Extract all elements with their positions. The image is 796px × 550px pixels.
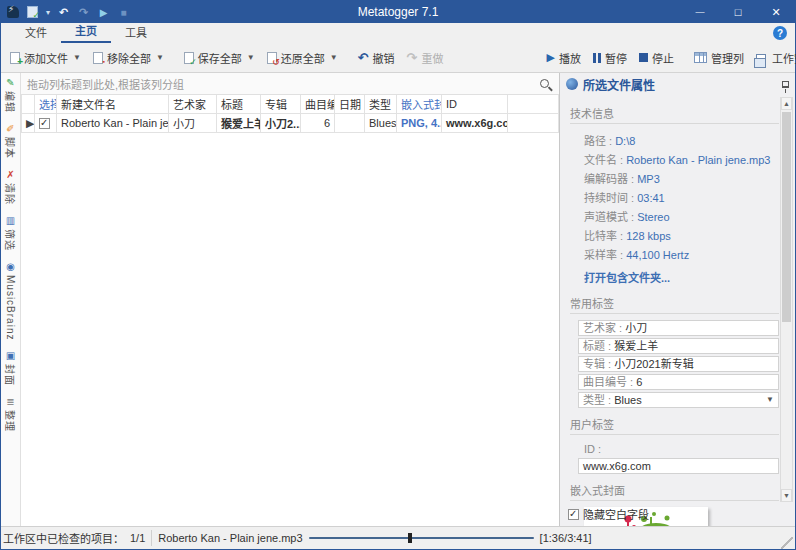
genre-dropdown[interactable]: 类型Blues ▼	[578, 392, 779, 408]
column-header-title[interactable]: 标题	[217, 95, 261, 114]
manage-columns-label: 管理列	[711, 50, 744, 66]
row-select-cell[interactable]	[35, 114, 57, 133]
id-label: ID :	[570, 441, 779, 457]
hide-empty-fields-option[interactable]: 隐藏空白字段	[568, 506, 649, 522]
quick-play-icon[interactable]: ▶	[97, 6, 110, 19]
quick-save-caret-icon[interactable]: ▾	[46, 8, 50, 17]
row-cover[interactable]: PNG, 4...	[397, 114, 442, 133]
tab-tools[interactable]: 工具	[111, 22, 161, 43]
workspace-label: 工作空间	[772, 50, 796, 66]
row-artist[interactable]: 小刀	[169, 114, 217, 133]
artist-field[interactable]: 艺术家小刀	[578, 320, 779, 336]
pause-button[interactable]: 暂停	[588, 47, 632, 69]
row-track[interactable]: 6	[301, 114, 335, 133]
scrollbar-thumb[interactable]	[782, 112, 791, 322]
sidebar-item-purge[interactable]: ✗ 清除	[3, 169, 18, 205]
add-files-button[interactable]: 添加文件 ▼	[5, 47, 86, 69]
column-header-select[interactable]: 选择	[35, 95, 57, 114]
row-title[interactable]: 猴爱上羊	[217, 114, 261, 133]
tech-row-path: 路径D:\8	[570, 130, 779, 149]
quick-stop-icon: ■	[117, 6, 130, 19]
column-header-id[interactable]: ID	[442, 95, 508, 114]
pin-icon[interactable]	[782, 81, 789, 88]
sidebar-item-musicbrainz[interactable]: ◉ MusicBrainz	[5, 261, 16, 340]
manage-columns-button[interactable]: 管理列	[689, 47, 749, 69]
column-header-artist[interactable]: 艺术家	[169, 95, 217, 114]
play-button[interactable]: ▶ 播放	[542, 47, 586, 69]
maximize-button[interactable]	[719, 1, 757, 23]
workspace-button[interactable]: 工作空间 ▼	[751, 47, 796, 69]
chevron-down-icon[interactable]: ▼	[330, 53, 338, 62]
home-toolbar: 添加文件 ▼ 移除全部 ▼ 保存全部 ▼ 还原全部 ▼ ↶ 撤销 ↷ 重做	[1, 43, 795, 73]
track-number-field[interactable]: 曲目编号6	[578, 374, 779, 390]
row-filename[interactable]: Roberto Kan - Plain jene.mp3	[57, 114, 169, 133]
id-field[interactable]: www.x6g.com	[578, 458, 779, 474]
embedded-cover-section-title: 嵌入式封面	[570, 482, 779, 501]
playback-time: [1:36/3:41]	[540, 532, 592, 544]
app-logo-icon[interactable]	[7, 6, 19, 18]
sidebar-item-script[interactable]: ✐ 脚本	[3, 123, 18, 159]
close-button[interactable]	[757, 1, 795, 23]
undo-button[interactable]: ↶ 撤销	[353, 47, 400, 69]
save-all-label: 保存全部	[198, 50, 242, 66]
cover-icon: ▣	[6, 350, 15, 362]
row-genre[interactable]: Blues	[365, 114, 397, 133]
resize-grip[interactable]	[781, 537, 793, 549]
column-header-track[interactable]: 曲目编号	[301, 95, 335, 114]
chevron-down-icon[interactable]: ▼	[156, 53, 164, 62]
column-header-album[interactable]: 专辑	[261, 95, 301, 114]
remove-all-button[interactable]: 移除全部 ▼	[88, 47, 169, 69]
album-field[interactable]: 专辑小刀2021新专辑	[578, 356, 779, 372]
sidebar-item-organize[interactable]: ≣ 整理	[3, 396, 18, 432]
tab-home[interactable]: 主页	[61, 20, 111, 43]
sidebar-item-cover[interactable]: ▣ 封面	[3, 350, 18, 386]
slider-thumb[interactable]	[408, 533, 412, 543]
stop-icon	[639, 53, 648, 62]
row-id[interactable]: www.x6g.com	[442, 114, 508, 133]
column-header-cover[interactable]: 嵌入式封面	[397, 95, 442, 114]
search-icon[interactable]	[540, 79, 549, 88]
tech-row-codec: 编解码器MP3	[570, 168, 779, 187]
stop-button[interactable]: 停止	[634, 47, 679, 69]
scroll-down-icon[interactable]: ▼	[781, 489, 792, 502]
column-header-filename[interactable]: 新建文件名	[57, 95, 169, 114]
row-album[interactable]: 小刀2...	[261, 114, 301, 133]
undo-icon: ↶	[358, 53, 369, 63]
column-header-genre[interactable]: 类型	[365, 95, 397, 114]
panel-scrollbar[interactable]: ▲ ▼	[780, 97, 793, 502]
scroll-up-icon[interactable]: ▲	[781, 97, 792, 110]
workspace-icon	[756, 54, 766, 62]
sidebar-item-edit[interactable]: ✎ 编辑	[3, 77, 18, 113]
sidebar-item-label: 整理	[3, 410, 18, 432]
row-date[interactable]	[335, 114, 365, 133]
file-list-area: 拖动列标题到此处,根据该列分组 选择 新建文件名 艺术家 标题 专辑 曲目编号	[21, 73, 560, 526]
restore-all-button[interactable]: 还原全部 ▼	[262, 47, 343, 69]
tech-row-filename: 文件名Roberto Kan - Plain jene.mp3	[570, 149, 779, 168]
save-all-button[interactable]: 保存全部 ▼	[179, 47, 260, 69]
quick-save-all-icon[interactable]	[26, 6, 39, 19]
tech-info-section-title: 技术信息	[570, 105, 779, 124]
sidebar-item-filter[interactable]: ▥ 筛选	[3, 215, 18, 251]
table-row[interactable]: ▶ Roberto Kan - Plain jene.mp3 小刀 猴爱上羊 小…	[22, 114, 559, 133]
organize-icon: ≣	[6, 396, 14, 408]
hide-empty-checkbox[interactable]	[568, 509, 579, 520]
chevron-down-icon[interactable]: ▼	[766, 393, 774, 407]
minimize-button[interactable]	[681, 1, 719, 23]
chevron-down-icon[interactable]: ▼	[247, 53, 255, 62]
group-by-bar[interactable]: 拖动列标题到此处,根据该列分组	[21, 73, 559, 95]
title-field[interactable]: 标题猴爱上羊	[578, 338, 779, 354]
now-playing-filename: Roberto Kan - Plain jene.mp3	[158, 532, 302, 544]
sidebar-item-label: 封面	[3, 364, 18, 386]
playback-slider[interactable]	[309, 532, 534, 544]
chevron-down-icon[interactable]: ▼	[73, 53, 81, 62]
slider-track[interactable]	[309, 537, 534, 539]
left-tab-strip: ✎ 编辑 ✐ 脚本 ✗ 清除 ▥ 筛选 ◉ MusicBrainz ▣ 封面	[1, 73, 21, 526]
quick-undo-icon[interactable]: ↶	[57, 6, 70, 19]
help-icon[interactable]: ?	[773, 26, 787, 40]
open-containing-folder-link[interactable]: 打开包含文件夹...	[570, 263, 779, 287]
sidebar-item-label: 筛选	[3, 229, 18, 251]
tab-file[interactable]: 文件	[11, 22, 61, 43]
empty-list-space[interactable]	[21, 133, 559, 526]
row-checkbox[interactable]	[39, 118, 50, 129]
column-header-date[interactable]: 日期	[335, 95, 365, 114]
